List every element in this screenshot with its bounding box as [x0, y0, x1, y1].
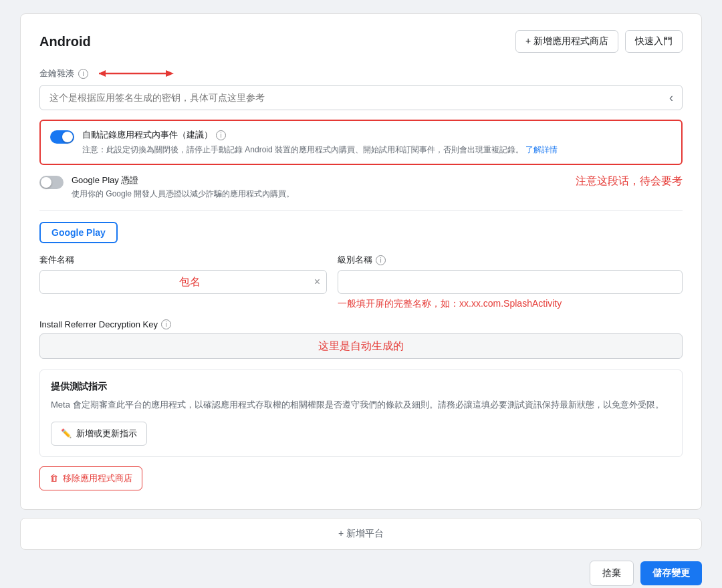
form-row-package-class: 套件名稱 × 包名 級別名稱 i 一般填开屏的完整名称，如：xx.xx.com.…: [39, 254, 683, 310]
key-hash-info-icon[interactable]: i: [78, 69, 88, 79]
auto-log-label: 自動記錄應用程式內事件（建議）: [82, 129, 213, 141]
header-buttons: + 新增應用程式商店 快速入門: [515, 30, 683, 53]
red-arrow-annotation: [99, 66, 179, 81]
package-input-wrapper: × 包名: [39, 270, 327, 294]
auto-log-toggle-wrapper: [50, 130, 74, 144]
class-name-input[interactable]: [338, 270, 683, 294]
auto-log-info-icon[interactable]: i: [216, 130, 226, 140]
key-hash-label-row: 金鑰雜湊 i: [39, 66, 683, 81]
auto-log-toggle[interactable]: [50, 130, 74, 144]
add-platform-label: + 新增平台: [338, 528, 384, 540]
card-header: Android + 新增應用程式商店 快速入門: [39, 30, 683, 53]
auto-log-section: 自動記錄應用程式內事件（建議） i 注意：此設定切換為關閉後，請停止手動記錄 A…: [39, 120, 683, 165]
package-input-row: ×: [39, 270, 327, 294]
auto-log-label-row: 自動記錄應用程式內事件（建議） i: [82, 129, 672, 141]
credential-annotation: 注意这段话，待会要考: [576, 174, 683, 188]
save-button[interactable]: 儲存變更: [640, 561, 702, 585]
referrer-input[interactable]: [39, 333, 683, 359]
google-play-credential-toggle[interactable]: [39, 176, 64, 189]
credential-text: Google Play 憑證 使用你的 Google 開發人員憑證以減少詐騙的應…: [72, 174, 514, 200]
credential-toggle-knob: [41, 177, 51, 188]
add-platform-button[interactable]: + 新增平台: [338, 528, 384, 540]
class-name-info-icon[interactable]: i: [376, 255, 386, 265]
package-name-input[interactable]: [39, 270, 327, 294]
footer-bar: 捨棄 儲存變更: [20, 561, 702, 586]
package-clear-button[interactable]: ×: [314, 276, 320, 288]
trash-icon: 🗑: [49, 473, 58, 483]
bottom-card: + 新增平台: [20, 518, 702, 550]
key-hash-input[interactable]: [39, 85, 683, 110]
class-name-label: 級別名稱 i: [338, 254, 683, 266]
add-store-button[interactable]: + 新增應用程式商店: [515, 30, 618, 53]
auto-log-description: 注意：此設定切換為關閉後，請停止手動記錄 Android 裝置的應用程式內購買、…: [82, 144, 672, 156]
test-instructions-box: 提供測試指示 Meta 會定期審查此平台的應用程式，以確認應用程式存取權的相關權…: [39, 370, 683, 457]
key-hash-label: 金鑰雜湊: [39, 67, 74, 80]
auto-log-learn-more[interactable]: 了解詳情: [525, 145, 558, 154]
page-title: Android: [39, 34, 91, 49]
referrer-section: Install Referrer Decryption Key i 这里是自动生…: [39, 319, 683, 359]
credential-section: Google Play 憑證 使用你的 Google 開發人員憑證以減少詐騙的應…: [39, 174, 683, 200]
svg-marker-1: [99, 70, 106, 77]
google-play-tab[interactable]: Google Play: [39, 222, 118, 243]
class-name-group: 級別名稱 i 一般填开屏的完整名称，如：xx.xx.com.SplashActi…: [338, 254, 683, 310]
package-name-label: 套件名稱: [39, 254, 327, 266]
quick-start-button[interactable]: 快速入門: [625, 30, 683, 53]
package-name-group: 套件名稱 × 包名: [39, 254, 327, 310]
auto-log-text: 自動記錄應用程式內事件（建議） i 注意：此設定切換為關閉後，請停止手動記錄 A…: [82, 129, 672, 156]
main-card: Android + 新增應用程式商店 快速入門 金鑰雜湊 i ‹: [20, 13, 702, 510]
credential-title: Google Play 憑證: [72, 174, 514, 186]
key-hash-input-wrapper: ‹: [39, 85, 683, 110]
referrer-label-row: Install Referrer Decryption Key i: [39, 319, 683, 329]
cancel-button[interactable]: 捨棄: [590, 561, 634, 586]
test-instructions-title: 提供測試指示: [51, 381, 671, 393]
remove-store-button[interactable]: 🗑 移除應用程式商店: [39, 466, 142, 490]
class-name-annotation: 一般填开屏的完整名称，如：xx.xx.com.SplashActivity: [338, 298, 683, 310]
toggle-knob: [62, 132, 73, 142]
divider-1: [39, 210, 683, 211]
svg-marker-2: [166, 70, 174, 77]
key-hash-expand-icon[interactable]: ‹: [669, 91, 673, 105]
add-instructions-button[interactable]: ✏️ 新增或更新指示: [51, 422, 147, 446]
test-instructions-description: Meta 會定期審查此平台的應用程式，以確認應用程式存取權的相關權限是否遵守我們…: [51, 398, 671, 412]
referrer-info-icon[interactable]: i: [161, 319, 171, 329]
pencil-icon: ✏️: [61, 428, 72, 438]
credential-description: 使用你的 Google 開發人員憑證以減少詐騙的應用程式內購買。: [72, 188, 514, 200]
referrer-input-wrapper: 这里是自动生成的: [39, 333, 683, 359]
